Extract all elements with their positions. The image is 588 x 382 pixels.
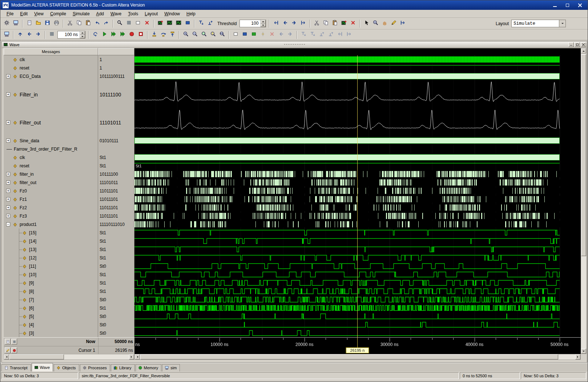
next-rising-edge-button[interactable] [326,31,335,39]
cursor-row[interactable]: Cursor 1 26195 ns [4,346,134,354]
previous-marker-button[interactable] [277,31,286,39]
signal-row-7[interactable]: [7] [4,295,98,304]
signal-row-filter-in[interactable]: +filter_in [4,170,98,178]
close-button[interactable] [574,1,585,9]
edit-mode-button[interactable] [389,19,398,28]
add-time-marker-button[interactable] [258,31,267,39]
expand-toggle[interactable]: + [6,189,10,193]
search-first-button[interactable] [271,19,281,28]
signal-row-filter-in[interactable]: +Filter_in [4,80,98,108]
signal-row-fz2[interactable]: +Fz2 [4,203,98,212]
menu-wave[interactable]: Wave [107,10,125,17]
print-button[interactable] [52,19,61,28]
signal-row-fz0[interactable]: +Fz0 [4,187,98,195]
cut-button[interactable] [65,19,74,28]
menu-edit[interactable]: Edit [17,10,31,17]
threshold-spinner[interactable]: 100 [239,20,266,27]
tab-transcript[interactable]: Transcript [1,364,31,371]
previous-falling-edge-button[interactable] [299,31,308,39]
zoom-in-on-active-cursor-button[interactable] [209,31,218,39]
rising-edge-threshold-button[interactable] [206,19,215,28]
threshold-value[interactable]: 100 [240,20,260,27]
delete-selected-button[interactable] [142,19,152,28]
wave-edit-copy-button[interactable] [321,19,330,28]
signal-row-9[interactable]: [9] [4,279,98,287]
previous-rising-edge-button[interactable] [317,31,326,39]
signal-row-3[interactable]: [3] [4,329,98,337]
tab-wave[interactable]: Wave [32,363,53,371]
find-button[interactable] [115,19,124,28]
menu-simulate[interactable]: Simulate [69,10,93,17]
scroll-right-button[interactable] [129,354,134,359]
next-falling-edge-button[interactable] [308,31,317,39]
signal-row-5[interactable]: [5] [4,312,98,321]
signal-row-14[interactable]: [14] [4,237,98,245]
redo-button[interactable] [102,19,111,28]
collapse-all-button[interactable] [133,19,142,28]
signal-row-13[interactable]: [13] [4,245,98,254]
stretch-edge-mode-button[interactable] [398,19,407,28]
add-wave-group-button[interactable] [174,19,183,28]
wave-scroll-left-button[interactable] [135,354,140,359]
break-button[interactable] [127,31,136,39]
restore-button[interactable] [561,1,573,9]
signal-row-clk[interactable]: clk [4,153,98,162]
minimize-button[interactable] [549,1,561,9]
run-length-value[interactable]: 100 ns [58,31,80,38]
copy-button[interactable] [74,19,84,28]
search-next-button[interactable] [290,19,299,28]
go-back-button[interactable] [25,31,34,39]
delete-time-marker-button[interactable] [267,31,277,39]
menu-tools[interactable]: Tools [125,10,141,17]
signal-row-product1[interactable]: −product1 [4,220,98,228]
wave-vscroll-thumb[interactable] [581,54,586,256]
find-filter-button[interactable] [124,19,133,28]
run-button[interactable] [100,31,109,39]
expand-toggle[interactable]: + [6,74,10,78]
signal-row-fz3[interactable]: +Fz3 [4,212,98,220]
go-forward-button[interactable] [34,31,43,39]
menu-layout[interactable]: Layout [141,10,161,17]
threshold-increment-button[interactable] [261,20,266,24]
scroll-down-button[interactable] [581,349,586,354]
pan-mode-button[interactable] [380,19,389,28]
messages-column-header[interactable]: Messages [4,48,98,55]
show-full-path-button[interactable] [240,31,249,39]
memory-view-button[interactable] [47,31,56,39]
wave-edit-delete-edge-button[interactable] [349,19,358,28]
expand-toggle[interactable]: + [6,197,10,201]
collapse-toggle[interactable]: − [6,222,10,226]
signal-row-sine-data[interactable]: +Sine_data [4,136,98,145]
layout-combobox[interactable]: Simulate [511,20,566,27]
panel-close-button[interactable] [581,42,586,47]
wave-display[interactable] [134,55,581,337]
layout-dropdown-button[interactable] [559,20,565,27]
timeline-ruler[interactable] [134,337,581,354]
add-selected-to-wave-button[interactable] [156,19,165,28]
new-file-button[interactable] [25,19,34,28]
previous-transition-button[interactable] [335,31,345,39]
add-wave-button[interactable] [165,19,174,28]
expand-toggle[interactable]: + [6,120,10,124]
menu-window[interactable]: Window [161,10,183,17]
run-length-increment-button[interactable] [80,31,85,35]
zoom-range-button[interactable] [218,31,227,39]
wave-horizontal-scrollbar[interactable] [134,354,581,360]
expand-toggle[interactable]: + [6,139,10,143]
simulation-environment-button[interactable] [2,31,11,39]
show-leaf-names-button[interactable] [231,31,240,39]
signal-row-farrow-3rd-order-fdf-filter-r[interactable]: Farrow_3rd_order_FDF_Filter_R [4,145,98,153]
scroll-up-button[interactable] [581,48,586,53]
open-file-button[interactable] [34,19,43,28]
wave-scroll-thumb[interactable] [140,354,558,359]
save-button[interactable] [43,19,52,28]
step-out-button[interactable] [168,31,177,39]
expand-toggle[interactable]: + [6,214,10,218]
run-length-spinner[interactable]: 100 ns [57,31,85,39]
panel-maximize-button[interactable] [575,42,580,47]
signal-row-reset[interactable]: reset [4,64,98,72]
paste-button[interactable] [84,19,93,28]
menu-add[interactable]: Add [93,10,107,17]
signal-row-reset[interactable]: reset [4,162,98,170]
signal-row-clk[interactable]: clk [4,55,98,64]
